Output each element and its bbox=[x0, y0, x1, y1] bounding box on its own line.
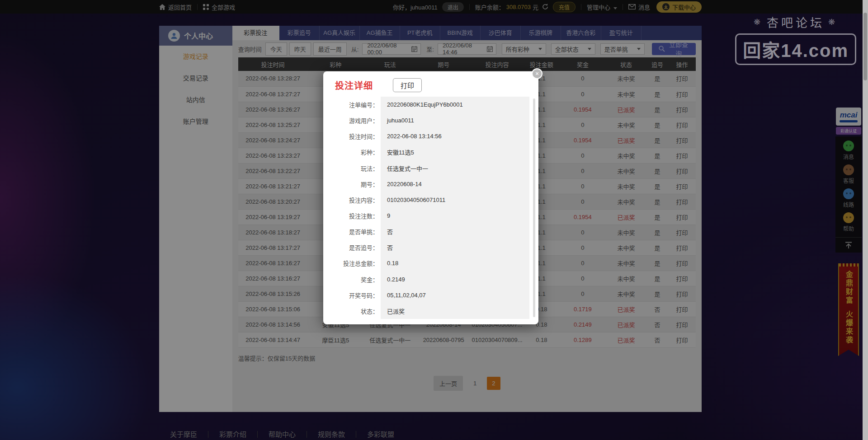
modal-body: 注单编号： 202206080K1EqujPY6b0001 游戏用户： juhu… bbox=[330, 97, 529, 319]
detail-field: 奖金： 0.2149 bbox=[330, 271, 529, 287]
field-value: 9 bbox=[381, 208, 529, 224]
field-label: 是否单挑： bbox=[330, 227, 378, 236]
field-value: 05,11,02,04,07 bbox=[381, 287, 529, 303]
field-label: 玩法： bbox=[330, 164, 378, 173]
field-value: 否 bbox=[381, 239, 529, 255]
field-label: 是否追号： bbox=[330, 243, 378, 252]
field-label: 状态： bbox=[330, 307, 378, 315]
detail-field: 是否单挑： 否 bbox=[330, 224, 529, 239]
modal-header: 投注详细 打印 bbox=[323, 71, 538, 97]
field-label: 期号： bbox=[330, 180, 378, 188]
page: 返回首页 全部游戏 你好，juhua0011 退出 账户余额： 308.0703… bbox=[0, 0, 868, 440]
bet-detail-modal: × 投注详细 打印 注单编号： 202206080K1EqujPY6b0001 … bbox=[323, 71, 538, 324]
field-label: 投注总金额： bbox=[330, 259, 378, 267]
detail-field: 是否追号： 否 bbox=[330, 239, 529, 255]
field-value: 已派奖 bbox=[381, 303, 529, 319]
field-label: 游戏用户： bbox=[330, 116, 378, 125]
field-value: 202206080K1EqujPY6b0001 bbox=[381, 97, 529, 112]
field-label: 奖金： bbox=[330, 275, 378, 284]
detail-field: 期号： 20220608-14 bbox=[330, 176, 529, 192]
detail-field: 开奖号码： 05,11,02,04,07 bbox=[330, 287, 529, 303]
field-label: 投注内容： bbox=[330, 196, 378, 204]
detail-field: 游戏用户： juhua0011 bbox=[330, 112, 529, 128]
field-value: 安徽11选5 bbox=[381, 144, 529, 160]
field-value: 任选复式一中一 bbox=[381, 160, 529, 176]
watermark-domain: 回家14.com bbox=[735, 33, 856, 65]
modal-scrollbar[interactable] bbox=[533, 98, 535, 317]
detail-field: 玩法： 任选复式一中一 bbox=[330, 160, 529, 176]
modal-title: 投注详细 bbox=[335, 79, 373, 92]
field-value: 010203040506071011 bbox=[381, 192, 529, 208]
detail-field: 投注时间： 2022-06-08 13:14:56 bbox=[330, 128, 529, 144]
field-value: 2022-06-08 13:14:56 bbox=[381, 128, 529, 144]
field-label: 注单编号： bbox=[330, 100, 378, 109]
field-label: 投注注数： bbox=[330, 211, 378, 220]
detail-field: 投注内容： 010203040506071011 bbox=[330, 192, 529, 208]
field-value: 0.18 bbox=[381, 255, 529, 271]
print-button[interactable]: 打印 bbox=[393, 78, 422, 92]
detail-field: 注单编号： 202206080K1EqujPY6b0001 bbox=[330, 97, 529, 112]
field-label: 开奖号码： bbox=[330, 291, 378, 300]
scrollbar-thumb[interactable] bbox=[863, 13, 867, 80]
detail-field: 投注总金额： 0.18 bbox=[330, 255, 529, 271]
close-icon[interactable]: × bbox=[532, 68, 542, 79]
scrollbar-track[interactable] bbox=[863, 0, 868, 440]
field-label: 投注时间： bbox=[330, 132, 378, 140]
detail-field: 彩种： 安徽11选5 bbox=[330, 144, 529, 160]
field-value: 20220608-14 bbox=[381, 176, 529, 192]
field-value: juhua0011 bbox=[381, 112, 529, 128]
sparkle-icon: ❋ bbox=[828, 17, 838, 27]
field-value: 否 bbox=[381, 224, 529, 239]
detail-field: 状态： 已派奖 bbox=[330, 303, 529, 319]
watermark-forum: 杏吧论坛 bbox=[767, 14, 825, 30]
field-label: 彩种： bbox=[330, 148, 378, 156]
watermark: ❋ 杏吧论坛 ❋ 回家14.com bbox=[735, 14, 856, 65]
field-value: 0.2149 bbox=[381, 271, 529, 287]
sparkle-icon: ❋ bbox=[754, 17, 763, 27]
detail-field: 投注注数： 9 bbox=[330, 208, 529, 224]
